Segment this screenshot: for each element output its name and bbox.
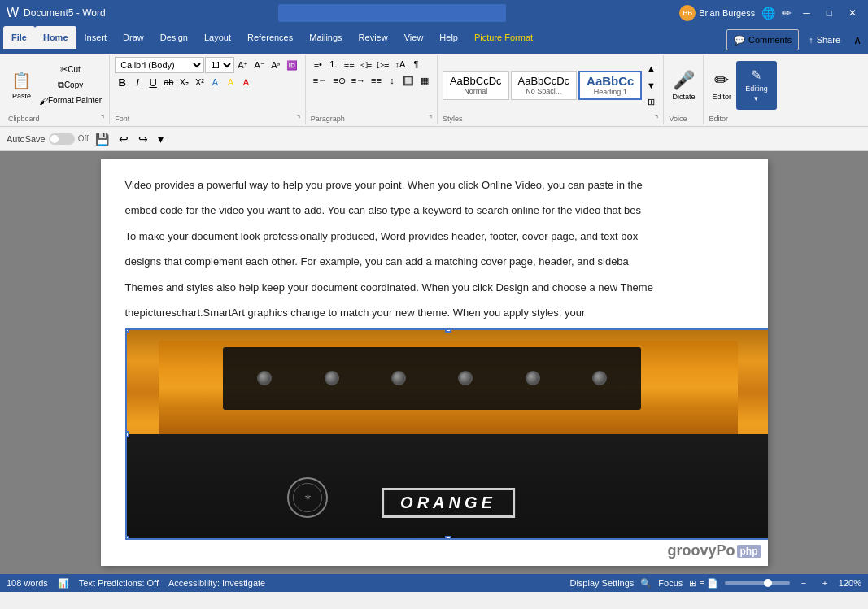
styles-scroll-down[interactable]: ▼ [643,78,658,93]
dictate-button[interactable]: 🎤 Dictate [669,61,698,110]
paste-icon: 📋 [11,71,32,90]
tab-design[interactable]: Design [152,26,196,49]
close-button[interactable]: ✕ [844,0,861,26]
styles-section: AaBbCcDc Normal AaBbCcDc No Spaci... AaB… [438,55,665,124]
zoom-out-button[interactable]: − [796,576,811,590]
redo-button[interactable]: ↪ [135,130,151,148]
subscript-button[interactable]: X₂ [177,75,191,89]
zoom-slider[interactable] [725,581,790,585]
sort-button[interactable]: ↕A [393,57,408,72]
editor-button[interactable]: ✏ Editor [709,61,735,110]
tab-insert[interactable]: Insert [76,26,116,49]
decrease-indent-button[interactable]: ◁≡ [358,57,374,72]
bullets-button[interactable]: ≡• [311,57,325,72]
style-no-spacing[interactable]: AaBbCcDc No Spaci... [511,71,578,100]
save-button[interactable]: 💾 [92,130,112,148]
comments-button[interactable]: 💬 Comments [726,29,799,50]
tab-references[interactable]: References [239,26,301,49]
paragraph-content: ≡• 1. ≡≡ ◁≡ ▷≡ ↕A ¶ ≡← ≡⊙ ≡→ ≡≡ ↕ 🔲 ▦ [311,57,432,113]
title-bar-left: W Document5 - Word [7,6,106,20]
accessibility-check[interactable]: Accessibility: Investigate [168,578,265,588]
styles-expand-icon[interactable]: ⌝ [655,115,658,123]
font-size-increase-button[interactable]: A⁺ [235,58,251,72]
change-case-button[interactable]: Aᵃ [268,58,283,72]
tab-help[interactable]: Help [431,26,466,49]
justify-button[interactable]: ≡≡ [369,73,384,88]
knob-1 [257,371,272,385]
paragraph-label: Paragraph ⌝ [311,115,432,123]
font-expand-icon[interactable]: ⌝ [297,115,300,123]
collapse-ribbon-button[interactable]: ∧ [850,32,865,48]
focus-label[interactable]: Focus [658,578,683,588]
customize-qat-button[interactable]: ▾ [155,130,167,148]
resize-handle-t[interactable] [445,328,451,333]
tab-review[interactable]: Review [351,26,396,49]
style-heading1[interactable]: AaBbCc Heading 1 [578,71,642,100]
autosave-toggle[interactable] [49,133,75,145]
brand-logo: ORANGE [382,488,515,518]
text-effects-button[interactable]: A [207,75,222,89]
tab-file[interactable]: File [3,26,35,49]
search-input[interactable] [278,4,506,22]
align-left-button[interactable]: ≡← [311,73,329,88]
paste-button[interactable]: 📋 Paste [8,61,35,110]
show-hide-button[interactable]: ¶ [408,57,423,72]
align-center-button[interactable]: ≡⊙ [330,73,347,88]
multilevel-list-button[interactable]: ≡≡ [342,57,357,72]
share-button[interactable]: ↑ Share [802,29,847,50]
text-highlight-button[interactable]: A [223,75,238,89]
font-label: Font ⌝ [115,115,300,123]
paragraph-expand-icon[interactable]: ⌝ [429,115,432,123]
clipboard-expand-icon[interactable]: ⌝ [101,115,104,123]
line-spacing-button[interactable]: ↕ [385,73,399,88]
styles-scroll-up[interactable]: ▲ [643,61,658,76]
resize-handle-tl[interactable] [125,328,129,333]
watermark-text: groovyPo [667,542,735,559]
tab-view[interactable]: View [396,26,432,49]
strikethrough-button[interactable]: ab [161,75,176,89]
clear-formatting-button[interactable]: 🆔 [284,58,300,72]
tab-home[interactable]: Home [35,26,76,49]
resize-handle-bl[interactable] [125,536,129,540]
minimize-button[interactable]: ─ [798,0,815,26]
text-predictions[interactable]: Text Predictions: Off [79,578,159,588]
zoom-in-button[interactable]: + [818,576,832,590]
font-row1: Calibri (Body) 11 A⁺ A⁻ Aᵃ 🆔 [115,57,300,73]
tab-mailings[interactable]: Mailings [301,26,350,49]
styles-expand[interactable]: ⊞ [643,95,658,110]
word-count[interactable]: 108 words [7,578,48,588]
focus-icon: 🔍 [640,578,652,589]
styles-label: Styles ⌝ [443,115,659,123]
embedded-image[interactable]: ORANGE ⚜ ⇱ [125,328,768,540]
bold-button[interactable]: B [115,75,129,89]
font-family-select[interactable]: Calibri (Body) [115,57,204,73]
resize-handle-l[interactable] [125,431,129,437]
tab-picture-format[interactable]: Picture Format [466,26,541,49]
display-settings[interactable]: Display Settings [569,578,634,588]
undo-button[interactable]: ↩ [116,130,132,148]
copy-button[interactable]: ⧉ Copy [37,78,104,93]
accessibility-icon: 📊 [58,578,69,589]
resize-handle-b[interactable] [445,536,451,540]
maximize-button[interactable]: □ [822,0,837,26]
copy-icon: ⧉ [58,80,64,90]
shading-button[interactable]: 🔲 [400,73,417,88]
format-painter-button[interactable]: 🖌 Format Painter [37,94,104,108]
align-right-button[interactable]: ≡→ [349,73,368,88]
tab-draw[interactable]: Draw [115,26,152,49]
cut-button[interactable]: ✂ Cut [37,63,104,77]
numbering-button[interactable]: 1. [326,57,341,72]
font-size-decrease-button[interactable]: A⁻ [251,58,267,72]
status-bar-left: 108 words 📊 Text Predictions: Off Access… [7,578,265,589]
underline-button[interactable]: U [146,75,160,89]
font-size-select[interactable]: 11 [205,57,234,73]
superscript-button[interactable]: X² [192,75,207,89]
tab-layout[interactable]: Layout [196,26,239,49]
font-color-button[interactable]: A [238,75,253,89]
style-normal[interactable]: AaBbCcDc Normal [443,71,509,100]
editing-mode-button[interactable]: ✎ Editing ▾ [736,61,777,110]
increase-indent-button[interactable]: ▷≡ [375,57,391,72]
paragraph-5: Themes and styles also help keep your do… [125,278,744,297]
borders-button[interactable]: ▦ [417,73,432,88]
italic-button[interactable]: I [130,75,145,89]
